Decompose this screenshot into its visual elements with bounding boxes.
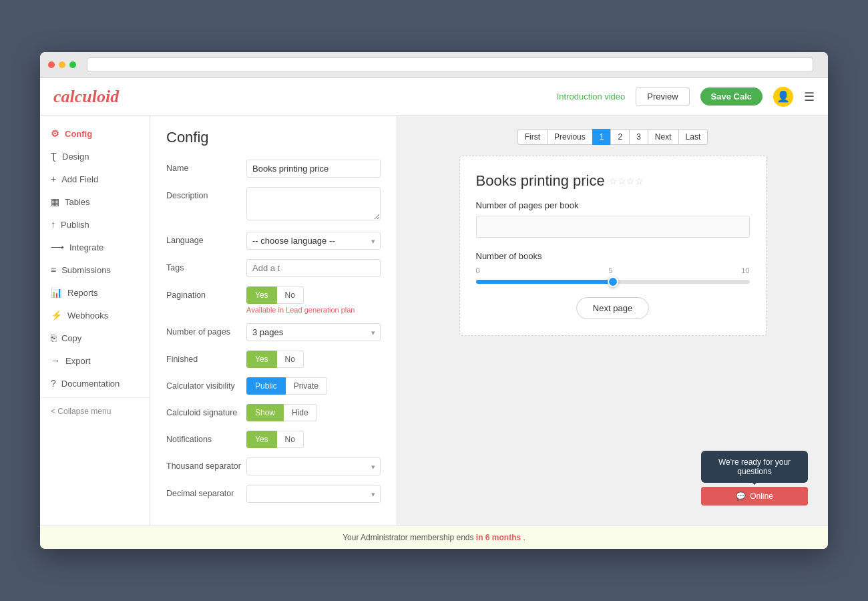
browser-url-bar[interactable]: [87, 57, 813, 72]
form-row-name: Name: [166, 160, 381, 178]
signature-hide-button[interactable]: Hide: [284, 404, 317, 421]
sidebar-item-reports[interactable]: 📊 Reports: [40, 281, 150, 304]
num-pages-select[interactable]: 3 pages: [246, 323, 381, 341]
sidebar-label-submissions: Submissions: [61, 265, 111, 275]
tags-control: [246, 259, 381, 277]
bottom-bar-prefix: Your Administrator membership ends: [343, 533, 476, 542]
pages-field-input[interactable]: [476, 216, 750, 238]
form-row-tags: Tags: [166, 259, 381, 277]
bottom-bar: Your Administrator membership ends in 6 …: [40, 526, 828, 549]
pagination-toggle-group: Yes No: [246, 286, 381, 304]
form-row-thousand-sep: Thousand separator ▾: [166, 457, 381, 475]
books-field-label: Number of books: [476, 251, 750, 261]
visibility-public-button[interactable]: Public: [246, 377, 286, 395]
signature-show-button[interactable]: Show: [246, 404, 284, 421]
export-icon: →: [51, 355, 60, 366]
finished-toggle-group: Yes No: [246, 351, 381, 368]
intro-video-link[interactable]: Introduction video: [557, 91, 626, 102]
integrate-icon: ⟶: [51, 242, 64, 252]
page-2-button[interactable]: 2: [610, 129, 629, 145]
sidebar-item-tables[interactable]: ▦ Tables: [40, 190, 150, 213]
thousand-sep-select-wrap: ▾: [246, 457, 381, 475]
navbar: calculoid Introduction video Preview Sav…: [40, 78, 828, 116]
navbar-right: Introduction video Preview Save Calc 👤 ☰: [557, 87, 815, 107]
chat-bubble-text: We're ready for your questions: [718, 457, 791, 476]
sidebar-item-copy[interactable]: ⎘ Copy: [40, 327, 150, 349]
tags-input[interactable]: [246, 259, 381, 277]
config-panel: Config Name Description L: [150, 116, 397, 526]
sidebar-item-publish[interactable]: ↑ Publish: [40, 213, 150, 236]
main-wrapper: ⚙ Config Ʈ Design + Add Field ▦ Tables ↑: [40, 116, 828, 549]
form-row-finished: Finished Yes No: [166, 351, 381, 368]
sidebar-label-copy: Copy: [61, 333, 81, 343]
slider-labels: 0 5 10: [476, 266, 750, 274]
sidebar-item-submissions[interactable]: ≡ Submissions: [40, 258, 150, 281]
notifications-no-button[interactable]: No: [277, 431, 304, 448]
finished-yes-button[interactable]: Yes: [246, 351, 277, 368]
pages-field-label: Number of pages per book: [476, 200, 750, 210]
form-row-num-pages: Number of pages 3 pages ▾: [166, 323, 381, 341]
pagination-no-button[interactable]: No: [277, 286, 304, 304]
description-textarea[interactable]: [246, 187, 381, 220]
notifications-toggle-group: Yes No: [246, 431, 381, 448]
page-first-button[interactable]: First: [517, 129, 547, 145]
page-previous-button[interactable]: Previous: [547, 129, 592, 145]
form-row-pagination: Pagination Yes No Available in Lead gene…: [166, 286, 381, 314]
chat-icon: 💬: [736, 491, 746, 501]
collapse-menu-button[interactable]: < Collapse menu: [40, 401, 150, 422]
sidebar-label-publish: Publish: [61, 220, 89, 230]
sidebar-item-add-field[interactable]: + Add Field: [40, 168, 150, 190]
finished-label: Finished: [166, 351, 246, 364]
page-last-button[interactable]: Last: [678, 129, 708, 145]
browser-close-dot[interactable]: [48, 61, 55, 68]
config-icon: ⚙: [51, 128, 59, 139]
slider-thumb[interactable]: [608, 276, 618, 287]
sidebar-item-design[interactable]: Ʈ Design: [40, 145, 150, 168]
preview-button[interactable]: Preview: [636, 87, 689, 106]
sidebar-item-config[interactable]: ⚙ Config: [40, 122, 150, 145]
user-avatar[interactable]: 👤: [773, 87, 793, 107]
page-1-button[interactable]: 1: [592, 129, 611, 145]
reports-icon: 📊: [51, 287, 62, 298]
form-row-language: Language -- choose language -- ▾: [166, 232, 381, 250]
thousand-sep-select[interactable]: [246, 457, 381, 475]
sidebar: ⚙ Config Ʈ Design + Add Field ▦ Tables ↑: [40, 116, 150, 526]
decimal-sep-select[interactable]: [246, 485, 381, 503]
num-pages-select-wrap: 3 pages ▾: [246, 323, 381, 341]
signature-control: Show Hide: [246, 404, 381, 421]
design-icon: Ʈ: [51, 151, 57, 162]
sidebar-item-documentation[interactable]: ? Documentation: [40, 372, 150, 395]
sidebar-item-webhooks[interactable]: ⚡ Webhooks: [40, 304, 150, 327]
app-logo: calculoid: [53, 87, 557, 107]
visibility-private-button[interactable]: Private: [286, 377, 327, 395]
browser-maximize-dot[interactable]: [69, 61, 76, 68]
chat-online-button[interactable]: 💬 Online: [701, 487, 808, 506]
books-slider-container: 0 5 10: [476, 266, 750, 284]
tags-label: Tags: [166, 259, 246, 272]
sidebar-label-documentation: Documentation: [61, 379, 120, 389]
language-select[interactable]: -- choose language --: [246, 232, 381, 250]
pagination-control: Yes No Available in Lead generation plan: [246, 286, 381, 314]
slider-max-label: 10: [741, 266, 749, 274]
publish-icon: ↑: [51, 219, 55, 230]
signature-label: Calculoid signature: [166, 404, 246, 417]
language-control: -- choose language -- ▾: [246, 232, 381, 250]
notifications-yes-button[interactable]: Yes: [246, 431, 277, 448]
visibility-label: Calculator visibility: [166, 377, 246, 391]
sidebar-label-design: Design: [62, 152, 89, 162]
hamburger-menu-icon[interactable]: ☰: [804, 89, 815, 104]
save-calc-button[interactable]: Save Calc: [700, 87, 763, 106]
name-input[interactable]: [246, 160, 381, 178]
pagination-yes-button[interactable]: Yes: [246, 286, 277, 304]
calc-title-text: Books printing price: [476, 172, 605, 190]
finished-no-button[interactable]: No: [277, 351, 304, 368]
notifications-label: Notifications: [166, 431, 246, 444]
next-page-button[interactable]: Next page: [576, 297, 649, 319]
page-next-button[interactable]: Next: [648, 129, 678, 145]
form-row-decimal-sep: Decimal separator ▾: [166, 485, 381, 503]
sidebar-item-integrate[interactable]: ⟶ Integrate: [40, 236, 150, 258]
pagination-bar: First Previous 1 2 3 Next Last: [517, 129, 708, 145]
browser-minimize-dot[interactable]: [59, 61, 65, 68]
page-3-button[interactable]: 3: [629, 129, 648, 145]
sidebar-item-export[interactable]: → Export: [40, 349, 150, 372]
